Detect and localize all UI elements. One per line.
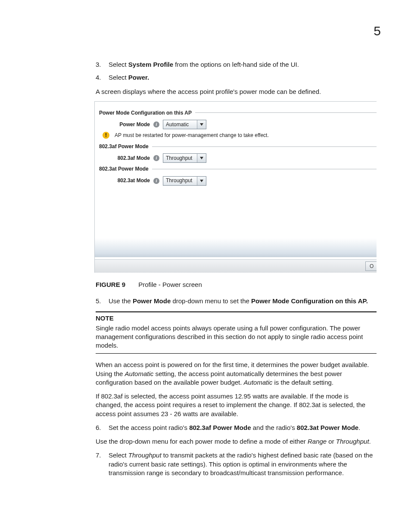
section-title: 802.3af Power Mode [99,143,149,150]
note-body: Single radio model access points always … [96,324,377,350]
step-5: 5. Use the Power Mode drop-down menu to … [96,297,377,305]
step-number: 5. [96,297,101,305]
b: 802.3af Power Mode [189,424,251,431]
t: drop-down menu to set the [171,297,251,305]
chevron-down-icon [197,154,206,162]
step-3: 3. Select System Profile from the option… [96,60,377,69]
steps-list-b: 5. Use the Power Mode drop-down menu to … [96,297,377,305]
dropdown-power-mode[interactable]: Automatic [163,120,206,129]
dropdown-value: Throughput [163,155,197,162]
figure-label: FIGURE 9 [96,281,125,288]
step-text-pre: Select [109,74,128,81]
step-number: 6. [96,423,101,432]
row-af-mode: 802.3af Mode i Throughput [99,153,377,163]
dropdown-af-mode[interactable]: Throughput [163,153,206,163]
step-text-pre: Select [109,61,128,68]
row-power-mode: Power Mode i Automatic [99,120,377,129]
b: 802.3at Power Mode [297,424,358,431]
para-af: If 802.3af is selected, the access point… [96,392,377,418]
section-af-power-mode: 802.3af Power Mode [99,143,377,150]
label-af-mode: 802.3af Mode [99,155,153,162]
page-content: 3. Select System Profile from the option… [96,60,377,477]
row-at-mode: 802.3at Mode i Throughput [99,176,377,186]
t: Use the drop-down menu for each power mo… [96,438,308,445]
step-7: 7. Select Throughput to transmit packets… [96,451,377,477]
warning-icon: ! [103,132,109,139]
step-number: 7. [96,451,101,460]
section-power-mode-config: Power Mode Configuration on this AP [99,109,377,116]
section-at-power-mode: 802.3at Power Mode [99,165,377,172]
note-block: NOTE Single radio model access points al… [96,311,377,354]
i: Throughput [128,451,162,459]
section-title: Power Mode Configuration on this AP [99,109,192,116]
t: and the radio's [251,424,297,431]
steps-list-d: 7. Select Throughput to transmit packets… [96,451,377,477]
warning-text: AP must be restarted for power-managemen… [115,132,269,139]
info-icon[interactable]: i [153,178,159,184]
figure-text: Profile - Power screen [138,281,202,288]
t: Use the [109,297,133,305]
step-text-bold: System Profile [128,61,173,68]
steps-list-c: 6. Set the access point radio's 802.3af … [96,423,377,432]
label-power-mode: Power Mode [99,121,153,128]
power-screen-figure: Power Mode Configuration on this AP Powe… [94,101,377,273]
i: Throughput [336,438,369,445]
intro-paragraph: A screen displays where the access point… [96,87,377,96]
t: is the default setting. [272,379,333,386]
page-number: 5 [374,24,381,38]
info-icon[interactable]: i [153,121,159,128]
figure-caption: FIGURE 9Profile - Power screen [96,280,377,289]
gradient-strip [95,238,377,257]
warning-row: ! AP must be restarted for power-managem… [103,132,377,139]
ok-button-fragment[interactable]: O [365,261,377,271]
para-automatic: When an access point is powered on for t… [96,361,377,387]
section-rule [195,112,377,113]
t: . [358,424,360,431]
step-number: 3. [96,60,101,69]
section-rule [152,169,377,169]
t: or [327,438,336,445]
step-text-bold: Power. [128,74,149,81]
step-4: 4. Select Power. [96,73,377,82]
t: Set the access point radio's [109,424,189,431]
note-title: NOTE [96,314,377,323]
dropdown-value: Throughput [163,177,197,184]
b: Power Mode Configuration on this AP. [251,297,368,305]
section-title: 802.3at Power Mode [99,165,149,172]
info-icon[interactable]: i [153,155,159,161]
label-at-mode: 802.3at Mode [99,177,153,184]
dropdown-at-mode[interactable]: Throughput [163,176,206,186]
dropdown-value: Automatic [163,121,197,128]
step-6: 6. Set the access point radio's 802.3af … [96,423,377,432]
i: Automatic [125,370,154,377]
step-number: 4. [96,73,101,82]
section-rule [152,146,377,147]
para-dropdown: Use the drop-down menu for each power mo… [96,437,377,446]
i: Automatic [244,379,273,386]
t: . [369,438,371,445]
i: Range [308,438,327,445]
t: Select [109,451,128,459]
steps-list-a: 3. Select System Profile from the option… [96,60,377,82]
b: Power Mode [133,297,171,305]
button-strip: O [95,259,377,273]
chevron-down-icon [197,120,206,129]
step-text-post: from the options on left-hand side of th… [173,61,299,68]
chevron-down-icon [197,177,206,185]
